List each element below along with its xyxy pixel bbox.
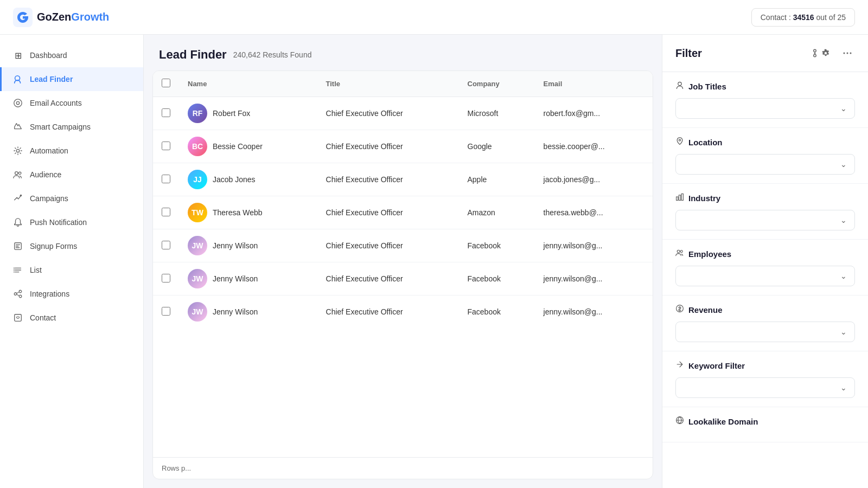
svg-point-2 (14, 99, 22, 107)
row-title: Chief Executive Officer (317, 196, 459, 229)
location-dropdown[interactable]: ⌄ (675, 154, 855, 175)
revenue-icon (675, 304, 684, 315)
row-email: jacob.jones@g... (535, 163, 653, 196)
sidebar-label-email-accounts: Email Accounts (30, 99, 82, 107)
contact-count: 34516 (793, 13, 814, 22)
row-checkbox[interactable] (162, 208, 170, 216)
industry-icon (675, 192, 684, 203)
svg-rect-23 (681, 194, 683, 200)
sidebar-item-lead-finder[interactable]: Lead Finder (0, 67, 143, 91)
integrations-icon (12, 288, 23, 299)
svg-point-9 (14, 268, 15, 269)
table-scroll[interactable]: Name Title Company Email RF R (153, 71, 653, 457)
industry-label: Industry (675, 192, 855, 203)
filter-actions (807, 46, 855, 61)
filter-section-lookalike: Lookalike Domain (662, 407, 868, 442)
logo-text-gozen: GoZen (37, 11, 71, 23)
svg-point-13 (19, 290, 22, 293)
table-row: JW Jenny Wilson Chief Executive Officer … (153, 229, 653, 262)
dashboard-icon: ⊞ (12, 50, 23, 61)
campaigns-icon (12, 193, 23, 204)
sidebar-item-dashboard[interactable]: ⊞ Dashboard (0, 43, 143, 67)
svg-point-4 (16, 149, 19, 152)
svg-point-14 (19, 295, 22, 298)
avatar: TW (188, 203, 207, 222)
sidebar-item-audience[interactable]: Audience (0, 163, 143, 187)
location-label: Location (675, 137, 855, 147)
sidebar-label-dashboard: Dashboard (30, 51, 67, 60)
filter-more-button[interactable] (840, 46, 855, 61)
sidebar: ⊞ Dashboard Lead Finder Email Accounts S… (0, 35, 144, 488)
row-checkbox-cell[interactable] (153, 97, 179, 130)
table-row: JJ Jacob Jones Chief Executive Officer A… (153, 163, 653, 196)
row-checkbox[interactable] (162, 175, 170, 183)
gear-icon (820, 48, 831, 59)
content-area: Lead Finder 240,642 Results Found Name T… (144, 35, 662, 488)
row-checkbox[interactable] (162, 108, 170, 117)
row-name: JW Jenny Wilson (179, 229, 317, 262)
row-checkbox[interactable] (162, 307, 170, 316)
table-footer: Rows p... (153, 457, 653, 479)
filter-section-employees: Employees ⌄ (662, 240, 868, 296)
avatar: JW (188, 302, 207, 322)
sidebar-label-smart-campaigns: Smart Campaigns (30, 123, 91, 131)
rows-per-page: Rows p... (162, 464, 191, 472)
sidebar-item-smart-campaigns[interactable]: Smart Campaigns (0, 115, 143, 139)
row-email: jenny.wilson@g... (535, 262, 653, 296)
revenue-label: Revenue (675, 304, 855, 315)
row-checkbox[interactable] (162, 274, 170, 282)
logo-text-growth: Growth (71, 11, 109, 23)
row-checkbox[interactable] (162, 142, 170, 150)
row-title: Chief Executive Officer (317, 130, 459, 163)
table-header-row: Name Title Company Email (153, 71, 653, 97)
row-title: Chief Executive Officer (317, 163, 459, 196)
table-row: TW Theresa Webb Chief Executive Officer … (153, 196, 653, 229)
filter-header: Filter (662, 35, 868, 72)
svg-point-5 (15, 172, 18, 175)
sidebar-item-signup-forms[interactable]: Signup Forms (0, 234, 143, 258)
svg-point-25 (680, 251, 682, 253)
chevron-down-icon: ⌄ (840, 328, 847, 336)
job-titles-dropdown[interactable]: ⌄ (675, 98, 855, 119)
header-company: Company (459, 71, 535, 97)
row-title: Chief Executive Officer (317, 229, 459, 262)
row-title: Chief Executive Officer (317, 296, 459, 329)
keyword-filter-dropdown[interactable]: ⌄ (675, 377, 855, 398)
chevron-down-icon: ⌄ (840, 272, 847, 280)
sidebar-item-email-accounts[interactable]: Email Accounts (0, 91, 143, 115)
row-name: JW Jenny Wilson (179, 296, 317, 329)
employees-dropdown[interactable]: ⌄ (675, 266, 855, 286)
select-all-checkbox[interactable] (162, 79, 170, 87)
lookalike-domain-label: Lookalike Domain (675, 416, 855, 427)
main-layout: ⊞ Dashboard Lead Finder Email Accounts S… (0, 35, 868, 488)
sidebar-item-contact[interactable]: Contact (0, 306, 143, 330)
svg-point-16 (844, 53, 845, 54)
header-checkbox-col[interactable] (153, 71, 179, 97)
location-icon (675, 137, 684, 147)
avatar: BC (188, 137, 207, 156)
row-company: Microsoft (459, 97, 535, 130)
row-checkbox-cell[interactable] (153, 296, 179, 329)
avatar: RF (188, 104, 207, 123)
avatar: JW (188, 269, 207, 288)
industry-dropdown[interactable]: ⌄ (675, 210, 855, 230)
sidebar-label-lead-finder: Lead Finder (30, 75, 73, 84)
row-checkbox-cell[interactable] (153, 262, 179, 296)
revenue-dropdown[interactable]: ⌄ (675, 322, 855, 342)
sidebar-item-campaigns[interactable]: Campaigns (0, 187, 143, 210)
row-checkbox-cell[interactable] (153, 163, 179, 196)
sidebar-item-integrations[interactable]: Integrations (0, 282, 143, 306)
row-checkbox-cell[interactable] (153, 196, 179, 229)
filter-title: Filter (675, 47, 702, 60)
sidebar-item-push-notification[interactable]: Push Notification (0, 210, 143, 234)
row-checkbox-cell[interactable] (153, 130, 179, 163)
filter-section-location: Location ⌄ (662, 128, 868, 184)
row-checkbox[interactable] (162, 241, 170, 249)
page-header: Lead Finder 240,642 Results Found (144, 35, 662, 70)
sidebar-item-automation[interactable]: Automation (0, 139, 143, 163)
sidebar-item-list[interactable]: List (0, 258, 143, 282)
filter-settings-button[interactable] (807, 46, 833, 61)
row-checkbox-cell[interactable] (153, 229, 179, 262)
filter-section-job-titles: Job Titles ⌄ (662, 72, 868, 128)
table-row: BC Bessie Cooper Chief Executive Officer… (153, 130, 653, 163)
